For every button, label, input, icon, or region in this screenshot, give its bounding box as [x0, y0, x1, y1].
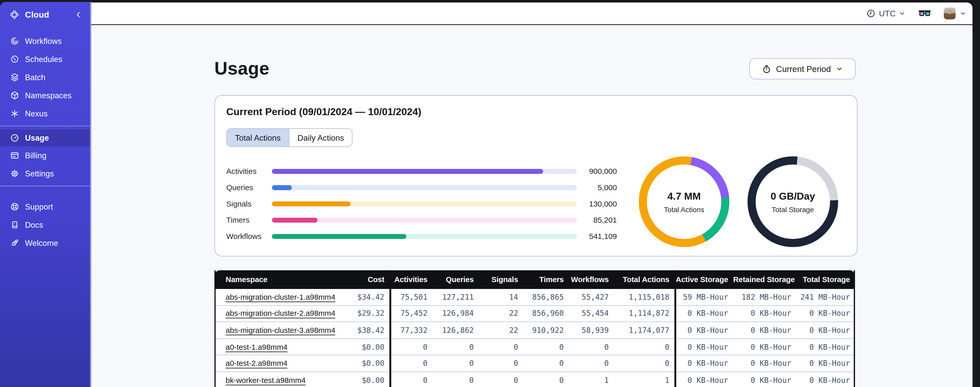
chevron-down-icon: [899, 10, 906, 17]
activities-cell: 77,332: [390, 326, 433, 335]
queries-cell: 126,984: [433, 309, 479, 318]
period-selector-label: Current Period: [776, 64, 831, 74]
timers-cell: 910,922: [523, 326, 569, 335]
bar-value: 541,109: [577, 232, 617, 241]
glasses-icon: [918, 8, 931, 18]
bar-row-workflows: Workflows 541,109: [226, 228, 617, 245]
sidebar-item-usage[interactable]: Usage: [0, 130, 90, 146]
page-title: Usage: [214, 58, 269, 79]
bar-label: Workflows: [226, 232, 272, 241]
activities-cell: 75,501: [390, 293, 433, 301]
sidebar-item-support[interactable]: Support: [0, 198, 90, 216]
donut-label: Total Storage: [772, 205, 814, 213]
bar-row-signals: Signals 130,000: [226, 196, 617, 212]
demo-mode-button[interactable]: [918, 8, 931, 18]
table-header-row: Namespace Cost Activities Queries Signal…: [214, 270, 855, 289]
tab-daily-actions[interactable]: Daily Actions: [289, 129, 352, 147]
sidebar-item-label: Batch: [25, 73, 45, 82]
sidebar-item-docs[interactable]: Docs: [0, 216, 90, 234]
table-row: a0-test-1.a98mm4 $0.00 0 0 0 0 0 0 0 KB-…: [214, 339, 855, 356]
bar-label: Activities: [226, 167, 272, 176]
table-row: a0-test-2.a98mm4 $0.00 0 0 0 0 0 0 0 KB-…: [214, 356, 855, 372]
bar-track: [272, 234, 577, 239]
donut-center: 4.7 MM Total Actions: [639, 157, 729, 247]
column-header: Namespace: [214, 275, 339, 284]
chevron-down-icon: [959, 10, 966, 17]
sidebar-item-label: Nexus: [25, 109, 48, 118]
table-border-right: [853, 270, 855, 387]
timezone-selector[interactable]: UTC: [867, 8, 906, 18]
column-header: Workflows: [569, 275, 614, 284]
workflows-cell: 58,939: [569, 326, 614, 335]
namespace-link[interactable]: a0-test-2.a98mm4: [226, 359, 288, 368]
bar-fill: [272, 217, 318, 223]
cost-cell: $0.00: [339, 342, 390, 351]
sidebar-item-welcome[interactable]: Welcome: [0, 234, 90, 252]
namespaces-icon: [10, 91, 19, 100]
bar-fill: [272, 234, 406, 239]
column-header: Cost: [339, 275, 390, 284]
namespace-link[interactable]: abs-migration-cluster-1.a98mm4: [226, 293, 336, 301]
active-storage-cell: 0 KB-Hour: [675, 359, 733, 368]
retained-storage-cell: 0 KB-Hour: [733, 376, 796, 384]
cost-cell: $34.42: [339, 293, 390, 301]
bar-value: 900,000: [577, 167, 617, 176]
signals-cell: 0: [479, 376, 523, 384]
sidebar-item-label: Schedules: [25, 54, 62, 63]
total-actions-cell: 1,174,077: [614, 326, 675, 335]
column-header: Signals: [479, 275, 523, 284]
signals-cell: 0: [479, 342, 523, 351]
column-header: Timers: [523, 275, 569, 284]
total-actions-donut: 4.7 MM Total Actions: [639, 157, 729, 247]
sidebar-item-batch[interactable]: Batch: [0, 68, 90, 86]
queries-cell: 126,862: [433, 326, 479, 335]
sidebar-item-label: Namespaces: [25, 91, 72, 100]
workflows-cell: 1: [569, 376, 614, 384]
table-row: abs-migration-cluster-3.a98mm4 $38.42 77…: [214, 322, 855, 339]
chevron-down-icon: [836, 65, 843, 72]
sidebar-item-namespaces[interactable]: Namespaces: [0, 86, 90, 104]
workflows-cell: 55,454: [569, 309, 614, 318]
total-actions-cell: 1: [614, 376, 675, 384]
bar-row-activities: Activities 900,000: [226, 163, 617, 180]
account-menu-button[interactable]: [944, 7, 966, 19]
period-selector-button[interactable]: Current Period: [749, 58, 856, 79]
total-storage-cell: 0 KB-Hour: [796, 376, 855, 384]
sidebar: Cloud Workflows Schedules: [0, 2, 91, 387]
sidebar-item-workflows[interactable]: Workflows: [0, 32, 90, 50]
tab-total-actions[interactable]: Total Actions: [227, 129, 289, 147]
retained-storage-cell: 0 KB-Hour: [733, 326, 796, 335]
nexus-icon: [10, 109, 19, 118]
active-storage-cell: 0 KB-Hour: [675, 376, 733, 384]
bar-fill: [272, 169, 543, 174]
sidebar-nav-account: Usage Billing Settings: [0, 130, 90, 182]
donut-value: 4.7 MM: [667, 190, 701, 201]
total-storage-cell: 0 KB-Hour: [796, 342, 855, 351]
column-header: Total Actions: [614, 275, 675, 284]
total-actions-cell: 0: [614, 359, 675, 368]
bar-track: [272, 185, 577, 190]
sidebar-item-nexus[interactable]: Nexus: [0, 104, 90, 123]
usage-bar-chart: Activities 900,000 Queries 5,000 Signals…: [226, 163, 617, 245]
namespace-link[interactable]: bk-worker-test.a98mm4: [226, 376, 306, 384]
namespace-link[interactable]: abs-migration-cluster-2.a98mm4: [226, 309, 336, 318]
cost-cell: $0.00: [339, 376, 390, 384]
activities-cell: 0: [390, 359, 433, 368]
activities-cell: 0: [390, 376, 433, 384]
queries-cell: 127,211: [433, 293, 479, 301]
sidebar-item-schedules[interactable]: Schedules: [0, 50, 90, 68]
cost-cell: $29.32: [339, 309, 390, 318]
active-storage-cell: 0 KB-Hour: [675, 326, 733, 335]
timers-cell: 856,865: [523, 293, 569, 301]
sidebar-item-billing[interactable]: Billing: [0, 146, 90, 165]
sidebar-item-label: Settings: [25, 169, 54, 178]
namespace-link[interactable]: a0-test-1.a98mm4: [226, 342, 288, 351]
bar-row-timers: Timers 85,201: [226, 212, 617, 229]
signals-cell: 0: [479, 359, 523, 368]
bar-fill: [272, 185, 292, 190]
namespace-link[interactable]: abs-migration-cluster-3.a98mm4: [226, 326, 336, 335]
bar-label: Signals: [226, 200, 272, 208]
total-actions-cell: 1,114,872: [614, 309, 675, 318]
sidebar-collapse-button[interactable]: [73, 9, 84, 20]
sidebar-item-settings[interactable]: Settings: [0, 165, 90, 182]
